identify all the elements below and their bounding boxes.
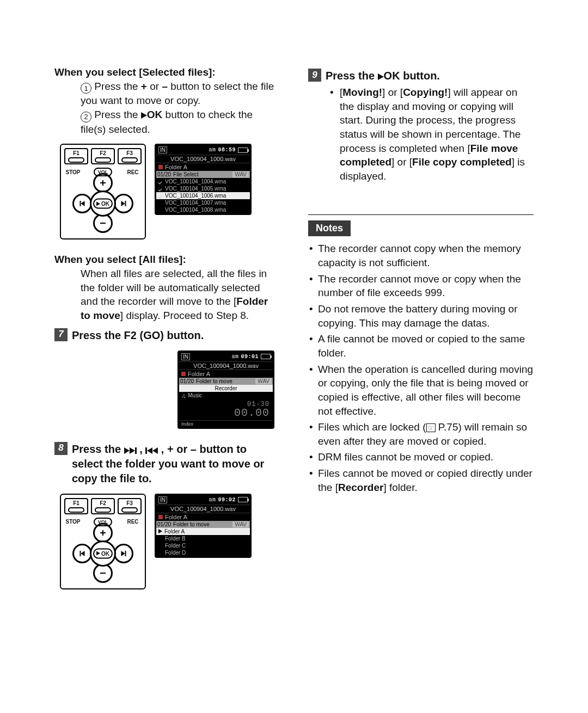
fast-forward-icon: [124, 447, 137, 454]
control-pad: F1 F2 F3 STOP VOL REC OK: [60, 144, 146, 239]
lcd-counter: 01-30 00.00: [179, 399, 273, 420]
check-icon: [158, 180, 163, 184]
note-item: Files cannot be moved or copied directly…: [308, 466, 534, 494]
lcd-title: VOC_100904_1000.wav: [156, 505, 250, 513]
lcd-folder: Folder A: [156, 163, 250, 171]
folder-icon: [158, 165, 163, 169]
list-item: VOC_100104_1008.wma: [156, 206, 250, 213]
list-item: VOC_100104_1006.wma: [156, 192, 250, 199]
list-item: VOC_100104_1005.wma: [156, 185, 250, 192]
music-icon: ♫: [181, 392, 186, 399]
battery-icon: [261, 354, 271, 359]
note-item: The recorder cannot move or copy when th…: [308, 272, 534, 300]
circled-2: 2: [81, 112, 91, 122]
lcd-folder: Folder A: [179, 370, 273, 378]
f1-button: F1: [64, 498, 88, 514]
note-item: The recorder cannot copy when the memory…: [308, 242, 534, 269]
lcd-banner: 01/20Folder to moveWAV: [179, 378, 273, 385]
selected-files-steps: 1 Press the + or – button to select the …: [54, 79, 280, 137]
lcd-banner: 01/20File SelectWAV: [156, 171, 250, 178]
all-files-heading: When you select [All files]:: [54, 253, 280, 267]
step-chip-7: 7: [54, 328, 68, 341]
plus-button: [93, 173, 113, 193]
f1-button: F1: [64, 148, 88, 164]
list-item: VOC_100104_1004.wma: [156, 178, 250, 185]
plus-button: [93, 523, 113, 543]
note-item: A file cannot be moved or copied to the …: [308, 332, 534, 360]
pointer-icon: ☞: [426, 423, 436, 432]
lcd-index: Index: [179, 420, 273, 427]
play-icon: [158, 529, 162, 533]
check-icon: [158, 187, 163, 191]
in-indicator: IN: [158, 146, 167, 153]
battery-icon: [238, 147, 248, 153]
list-item: Recorder: [179, 385, 273, 392]
forward-button: [114, 194, 133, 213]
list-item: Folder C: [156, 542, 250, 549]
play-icon: [141, 112, 147, 119]
note-item: When the operation is cancelled during m…: [308, 362, 534, 419]
f2-button: F2: [91, 498, 115, 514]
folder-icon: [181, 372, 186, 376]
list-item: ♫Music: [179, 392, 273, 399]
battery-icon: [238, 497, 248, 502]
ok-button: OK: [90, 190, 116, 217]
lcd-folder: Folder A: [156, 513, 250, 521]
note-item: Do not remove the battery during moving …: [308, 302, 534, 330]
check-icon: [158, 194, 163, 198]
list-item: Folder A: [156, 528, 250, 535]
step-9-heading: 9 Press the OK button.: [308, 69, 534, 83]
fast-rewind-icon: [145, 447, 158, 454]
list-item: VOC_100104_1007.wma: [156, 199, 250, 206]
step-7-heading: 7 Press the F2 (GO) button.: [54, 328, 280, 343]
rewind-button: [72, 544, 92, 563]
forward-button: [114, 544, 133, 563]
notes-divider: [308, 214, 534, 215]
in-indicator: IN: [181, 353, 190, 360]
lcd-title: VOC_100904_1000.wav: [156, 155, 250, 163]
all-files-body: When all files are selected, all the fil…: [54, 267, 280, 323]
play-icon: [378, 73, 384, 80]
circled-1: 1: [81, 83, 91, 94]
notes-list: The recorder cannot copy when the memory…: [308, 242, 534, 494]
notes-label: Notes: [308, 220, 351, 236]
lcd-folder-to-move-2: IN am09:02 VOC_100904_1000.wav Folder A …: [155, 494, 252, 558]
f3-button: F3: [118, 498, 142, 514]
ok-button: OK: [90, 540, 116, 567]
list-item: Folder D: [156, 549, 250, 556]
list-item: Folder B: [156, 535, 250, 542]
lcd-file-select: IN am08:59 VOC_100904_1000.wav Folder A …: [155, 144, 252, 215]
selected-files-heading: When you select [Selected files]:: [54, 65, 280, 79]
rewind-button: [72, 194, 92, 213]
note-item: DRM files cannot be moved or copied.: [308, 450, 534, 464]
lcd-banner: 01/20Folder to moveWAV: [156, 521, 250, 528]
f2-button: F2: [91, 148, 115, 164]
f3-button: F3: [118, 148, 142, 164]
control-pad: F1 F2 F3 STOP VOL REC OK: [60, 494, 146, 589]
in-indicator: IN: [158, 496, 167, 503]
step-9-description: [Moving!] or [Copying!] will appear on t…: [308, 85, 534, 183]
lcd-title: VOC_100904_1000.wav: [179, 361, 273, 370]
step-8-heading: 8 Press the , , + or – button to select …: [54, 442, 280, 486]
lcd-folder-to-move-1: IN am09:01 VOC_100904_1000.wav Folder A …: [177, 351, 274, 429]
note-item: Files which are locked (☞ P.75) will rem…: [308, 420, 534, 448]
folder-icon: [158, 515, 163, 519]
step-chip-9: 9: [308, 69, 321, 82]
step-chip-8: 8: [54, 442, 68, 455]
